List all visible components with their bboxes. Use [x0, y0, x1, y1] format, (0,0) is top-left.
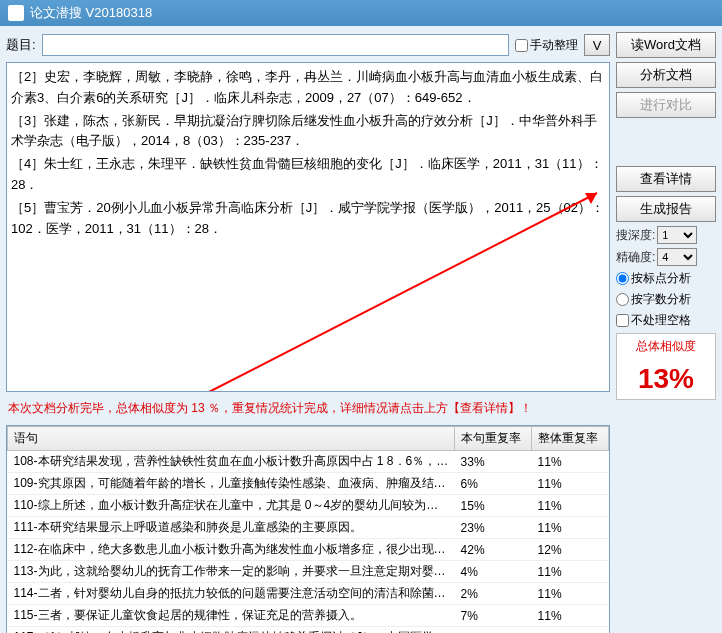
table-row[interactable]: 112-在临床中，绝大多数患儿血小板计数升高为继发性血小板增多症，很少出现症状，… — [8, 539, 609, 561]
by-punct-radio[interactable] — [616, 272, 629, 285]
skip-space-label: 不处理空格 — [631, 312, 691, 329]
table-row[interactable]: 108-本研究结果发现，营养性缺铁性贫血在血小板计数升高原因中占 1 8．6％，… — [8, 451, 609, 473]
score-box: 总体相似度 13% — [616, 333, 716, 400]
table-row[interactable]: 115-三者，要保证儿童饮食起居的规律性，保证充足的营养摄入。7%11% — [8, 605, 609, 627]
reference-line: ［2］史宏，李晓辉，周敏，李晓静，徐鸣，李丹，冉丛兰．川崎病血小板升高与血清血小… — [11, 67, 605, 109]
col-sentence[interactable]: 语句 — [8, 427, 455, 451]
results-table: 语句 本句重复率 整体重复率 108-本研究结果发现，营养性缺铁性贫血在血小板计… — [6, 425, 610, 633]
accuracy-select[interactable]: 4 — [657, 248, 697, 266]
v-button[interactable]: V — [584, 34, 610, 56]
table-row[interactable]: 109-究其原因，可能随着年龄的增长，儿童接触传染性感染、血液病、肿瘤及结缔组织… — [8, 473, 609, 495]
manual-sort-checkbox[interactable] — [515, 39, 528, 52]
depth-select[interactable]: 1 — [657, 226, 697, 244]
by-chars-radio[interactable] — [616, 293, 629, 306]
status-line: 本次文档分析完毕，总体相似度为 13 ％，重复情况统计完成，详细情况请点击上方【… — [6, 396, 610, 421]
analyze-button[interactable]: 分析文档 — [616, 62, 716, 88]
table-row[interactable]: 117-［1］郝婕．血小板升高与非小细胞肺癌远处转移关系探讨［J］．中国医学创新… — [8, 627, 609, 634]
manual-sort-label: 手动整理 — [530, 37, 578, 54]
table-row[interactable]: 110-综上所述，血小板计数升高症状在儿童中，尤其是 0～4岁的婴幼儿间较为常见… — [8, 495, 609, 517]
report-button[interactable]: 生成报告 — [616, 196, 716, 222]
reference-line: ［3］张建，陈杰，张新民．早期抗凝治疗脾切除后继发性血小板升高的疗效分析［J］．… — [11, 111, 605, 153]
window-title: 论文潜搜 V20180318 — [30, 4, 152, 22]
topic-label: 题目: — [6, 36, 36, 54]
col-total-rate[interactable]: 整体重复率 — [532, 427, 609, 451]
table-row[interactable]: 113-为此，这就给婴幼儿的抚育工作带来一定的影响，并要求一旦注意定期对婴幼儿进… — [8, 561, 609, 583]
skip-space-checkbox[interactable] — [616, 314, 629, 327]
details-button[interactable]: 查看详情 — [616, 166, 716, 192]
by-punct-label: 按标点分析 — [631, 270, 691, 287]
score-label: 总体相似度 — [621, 338, 711, 355]
table-row[interactable]: 114-二者，针对婴幼儿自身的抵抗力较低的问题需要注意活动空间的清洁和除菌，防止… — [8, 583, 609, 605]
depth-label: 搜深度: — [616, 227, 655, 244]
reference-line: ［4］朱士红，王永志，朱理平．缺铁性贫血骨髓巨核细胞的变化［J］．临床医学，20… — [11, 154, 605, 196]
read-word-button[interactable]: 读Word文档 — [616, 32, 716, 58]
by-chars-label: 按字数分析 — [631, 291, 691, 308]
compare-button: 进行对比 — [616, 92, 716, 118]
app-icon — [8, 5, 24, 21]
reference-line: ［5］曹宝芳．20例小儿血小板异常升高临床分析［J］．咸宁学院学报（医学版），2… — [11, 198, 605, 240]
table-row[interactable]: 111-本研究结果显示上呼吸道感染和肺炎是儿童感染的主要原因。23%11% — [8, 517, 609, 539]
topic-input[interactable] — [42, 34, 509, 56]
accuracy-label: 精确度: — [616, 249, 655, 266]
score-value: 13% — [621, 363, 711, 395]
col-sent-rate[interactable]: 本句重复率 — [455, 427, 532, 451]
reference-textarea[interactable]: ［2］史宏，李晓辉，周敏，李晓静，徐鸣，李丹，冉丛兰．川崎病血小板升高与血清血小… — [6, 62, 610, 392]
window-titlebar: 论文潜搜 V20180318 — [0, 0, 722, 26]
